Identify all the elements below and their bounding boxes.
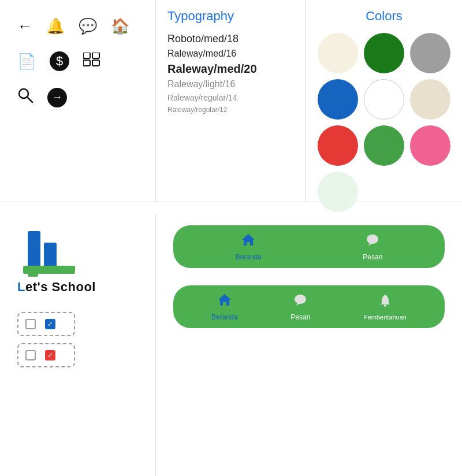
svg-marker-13 [218, 294, 231, 306]
swatch-green [364, 125, 404, 166]
checkbox-card-1: ✓ [17, 312, 75, 336]
nav-item-pesan-1[interactable]: Pesan [363, 232, 382, 261]
swatch-blue [318, 79, 358, 120]
home-icon[interactable]: 🏠 [111, 17, 129, 35]
checkbox-checked-blue[interactable]: ✓ [45, 319, 55, 329]
swatch-light-beige [410, 79, 450, 120]
nav-item-beranda-2[interactable]: Beranda [211, 292, 237, 321]
checkbox-unchecked-2[interactable] [25, 350, 36, 360]
nav-label-pemberitahuan: Pemberitahuan [363, 314, 407, 321]
swatch-red [318, 125, 358, 166]
bell-icon[interactable]: 🔔 [46, 17, 65, 35]
svg-rect-9 [28, 271, 38, 277]
bell-nav-icon [378, 293, 393, 311]
svg-line-5 [27, 97, 32, 102]
svg-marker-10 [242, 234, 255, 246]
svg-point-16 [384, 304, 386, 307]
colors-title: Colors [318, 9, 450, 24]
checkbox-group: ✓ ✓ [17, 312, 144, 367]
svg-rect-2 [83, 60, 90, 66]
svg-point-14 [295, 295, 306, 304]
nav-item-pemberitahuan[interactable]: Pemberitahuan [363, 293, 407, 321]
svg-rect-0 [83, 53, 90, 58]
colors-grid [318, 33, 450, 212]
nav-label-beranda-2: Beranda [211, 313, 237, 321]
dollar-icon[interactable]: $ [50, 51, 69, 71]
typo-raleway-regular-14: Raleway/regular/14 [167, 93, 294, 102]
chat-icon[interactable]: 💬 [79, 17, 97, 35]
icons-panel: ← 🔔 💬 🏠 📄 $ [0, 0, 156, 202]
icons-row-1: ← 🔔 💬 🏠 [17, 17, 144, 35]
typo-raleway-regular-12: Raleway/regular/12 [167, 106, 294, 114]
logo-rest: et's School [25, 280, 96, 294]
document-icon[interactable]: 📄 [17, 53, 36, 70]
logo-letter-l: L [17, 280, 25, 294]
checkbox-checked-red[interactable]: ✓ [45, 350, 55, 360]
nav-item-beranda-1[interactable]: Beranda [236, 232, 262, 261]
typo-raleway-med-20: Raleway/med/20 [167, 62, 294, 76]
arrow-right-icon[interactable]: → [47, 88, 67, 107]
nav-label-pesan-2: Pesan [290, 313, 310, 321]
home-nav-icon-1 [241, 232, 256, 251]
nav-item-pesan-2[interactable]: Pesan [290, 292, 310, 321]
nav-label-pesan-1: Pesan [363, 253, 382, 261]
search-icon[interactable] [17, 87, 33, 107]
logo-container: Let's School [17, 220, 144, 295]
swatch-light-green [318, 172, 358, 212]
checkbox-card-2: ✓ [17, 343, 75, 367]
back-icon[interactable]: ← [17, 17, 32, 35]
swatch-pink [410, 125, 450, 166]
nav-bar-2: Beranda Pesan [173, 225, 445, 268]
typo-raleway-med-16: Raleway/med/16 [167, 49, 294, 59]
svg-rect-3 [92, 60, 99, 66]
typo-roboto-med-18: Roboto/med/18 [167, 33, 294, 45]
colors-panel: Colors [306, 0, 462, 202]
left-panel: Let's School ✓ ✓ [0, 214, 156, 476]
icons-row-3: → [17, 87, 144, 107]
logo-graphic [17, 225, 81, 277]
checkbox-unchecked-1[interactable] [25, 319, 36, 329]
svg-point-11 [367, 235, 378, 244]
typography-panel: Typography Roboto/med/18 Raleway/med/16 … [156, 0, 306, 202]
right-panel: Beranda Pesan Beranda [156, 214, 462, 476]
chat-nav-icon-1 [365, 232, 380, 251]
expand-icon[interactable] [83, 53, 100, 70]
svg-rect-1 [92, 53, 99, 58]
swatch-gray [410, 33, 450, 73]
nav-bar-3: Beranda Pesan Pemberitah [173, 285, 445, 328]
nav-label-beranda-1: Beranda [236, 253, 262, 261]
swatch-dark-green [364, 33, 404, 73]
home-nav-icon-2 [217, 292, 232, 311]
typography-title: Typography [167, 9, 294, 24]
icons-row-2: 📄 $ [17, 51, 144, 71]
swatch-beige [318, 33, 358, 73]
swatch-white [364, 79, 404, 120]
typo-raleway-light-16: Raleway/light/16 [167, 79, 294, 90]
chat-nav-icon-2 [293, 292, 308, 311]
logo-text: Let's School [17, 280, 96, 295]
